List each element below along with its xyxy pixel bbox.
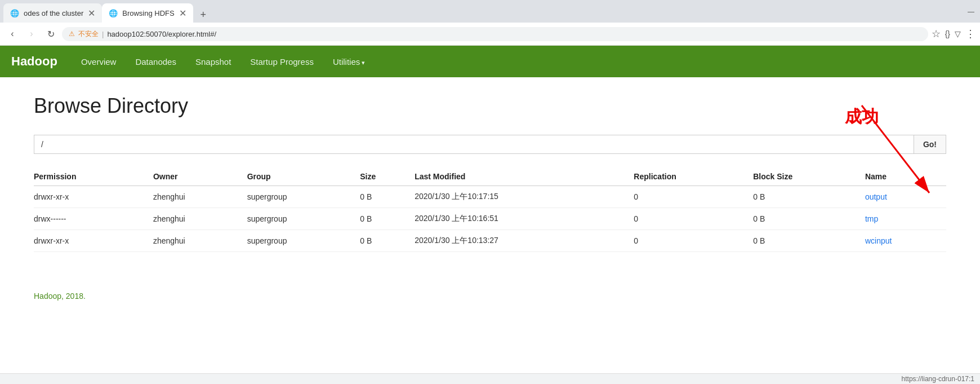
tab-close-button[interactable]: ✕ [88, 8, 95, 19]
directory-table: Permission Owner Group Size Last Modifie… [34, 167, 946, 252]
success-arrow-svg [856, 100, 946, 213]
url-text: hadoop102:50070/explorer.html#/ [107, 30, 216, 38]
cell-block-size: 0 B [753, 208, 865, 230]
col-last-modified: Last Modified [415, 167, 634, 186]
cell-name[interactable]: wcinput [865, 230, 946, 252]
tab-label: odes of the cluster [24, 9, 83, 17]
cell-size: 0 B [360, 230, 415, 252]
extensions-icon[interactable]: ▽ [955, 29, 961, 38]
col-block-size: Block Size [753, 167, 865, 186]
address-bar[interactable]: ⚠ 不安全 | hadoop102:50070/explorer.html#/ [62, 27, 928, 41]
cell-permission: drwxr-xr-x [34, 230, 153, 252]
new-tab-button[interactable]: + [195, 7, 211, 23]
cell-permission: drwxr-xr-x [34, 186, 153, 208]
table-row: drwxr-xr-x zhenghui supergroup 0 B 2020/… [34, 186, 946, 208]
nav-datanodes[interactable]: Datanodes [134, 55, 177, 69]
cell-size: 0 B [360, 186, 415, 208]
hadoop-brand[interactable]: Hadoop [11, 54, 57, 69]
svg-line-1 [862, 105, 929, 193]
col-replication: Replication [634, 167, 753, 186]
bookmark-icon[interactable]: ☆ [932, 28, 941, 40]
col-permission: Permission [34, 167, 153, 186]
name-link: tmp [865, 214, 878, 223]
cell-group: supergroup [247, 208, 360, 230]
col-group: Group [247, 167, 360, 186]
reload-button[interactable]: ↻ [43, 26, 59, 42]
not-secure-icon: ⚠ [69, 30, 75, 38]
cell-replication: 0 [634, 230, 753, 252]
tab-globe-icon-2: 🌐 [109, 9, 118, 17]
devtools-icon[interactable]: {} [945, 29, 950, 38]
forward-button[interactable]: › [24, 26, 39, 42]
path-input[interactable] [34, 135, 914, 154]
col-size: Size [360, 167, 415, 186]
cell-replication: 0 [634, 186, 753, 208]
hadoop-navbar: Hadoop Overview Datanodes Snapshot Start… [0, 46, 980, 77]
col-owner: Owner [153, 167, 247, 186]
window-controls: — [968, 8, 974, 16]
address-separator: | [102, 30, 104, 38]
footer-text: Hadoop, 2018. [34, 292, 86, 301]
main-content: Browse Directory 成功 Go! Permission Owner… [0, 77, 980, 269]
tab-label-active: Browsing HDFS [122, 9, 174, 17]
cell-last-modified: 2020/1/30 上午10:17:15 [415, 186, 634, 208]
menu-icon[interactable]: ⋮ [965, 28, 975, 40]
cell-owner: zhenghui [153, 230, 247, 252]
tab-close-button-2[interactable]: ✕ [179, 8, 186, 19]
nav-startup-progress[interactable]: Startup Progress [249, 55, 315, 69]
cell-last-modified: 2020/1/30 上午10:13:27 [415, 230, 634, 252]
not-secure-label: 不安全 [78, 29, 99, 39]
tab-datanodes[interactable]: 🌐 odes of the cluster ✕ [3, 3, 102, 23]
minimize-button[interactable]: — [968, 8, 974, 16]
path-row: Go! [34, 135, 946, 154]
back-button[interactable]: ‹ [5, 26, 20, 42]
cell-size: 0 B [360, 208, 415, 230]
cell-block-size: 0 B [753, 230, 865, 252]
cell-owner: zhenghui [153, 208, 247, 230]
cell-permission: drwx------ [34, 208, 153, 230]
cell-last-modified: 2020/1/30 上午10:16:51 [415, 208, 634, 230]
cell-replication: 0 [634, 208, 753, 230]
nav-snapshot[interactable]: Snapshot [194, 55, 232, 69]
nav-utilities[interactable]: Utilities [332, 55, 366, 69]
cell-block-size: 0 B [753, 186, 865, 208]
cell-owner: zhenghui [153, 186, 247, 208]
tab-browsing-hdfs[interactable]: 🌐 Browsing HDFS ✕ [102, 3, 193, 23]
table-header-row: Permission Owner Group Size Last Modifie… [34, 167, 946, 186]
name-link: wcinput [865, 236, 892, 245]
table-row: drwxr-xr-x zhenghui supergroup 0 B 2020/… [34, 230, 946, 252]
tab-globe-icon: 🌐 [10, 9, 19, 17]
cell-group: supergroup [247, 230, 360, 252]
page-title: Browse Directory [34, 94, 946, 118]
footer: Hadoop, 2018. [0, 292, 980, 312]
address-bar-row: ‹ › ↻ ⚠ 不安全 | hadoop102:50070/explorer.h… [0, 23, 980, 45]
table-row: drwx------ zhenghui supergroup 0 B 2020/… [34, 208, 946, 230]
cell-group: supergroup [247, 186, 360, 208]
toolbar-icons: ☆ {} ▽ ⋮ [932, 28, 975, 40]
nav-overview[interactable]: Overview [80, 55, 118, 69]
